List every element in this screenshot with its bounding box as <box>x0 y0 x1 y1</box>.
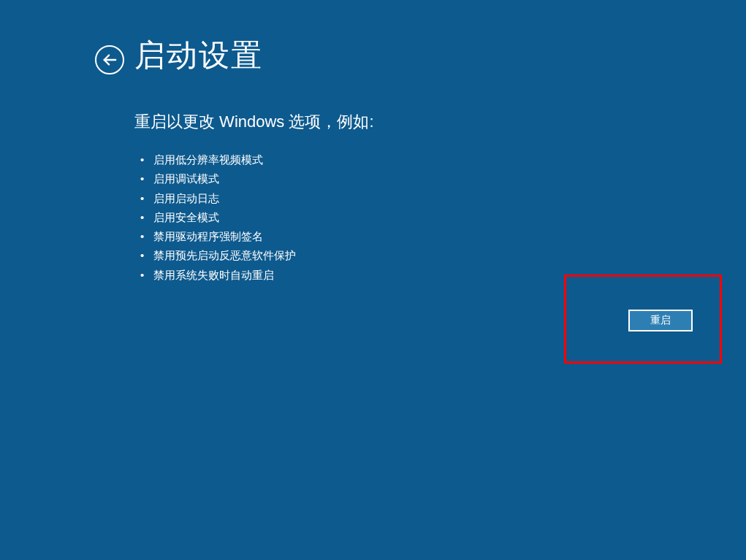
list-item: 启用启动日志 <box>140 189 374 208</box>
page-subtitle: 重启以更改 Windows 选项，例如: <box>134 111 374 133</box>
list-item: 启用低分辨率视频模式 <box>140 150 374 169</box>
options-list: 启用低分辨率视频模式 启用调试模式 启用启动日志 启用安全模式 禁用驱动程序强制… <box>134 150 374 285</box>
restart-button[interactable]: 重启 <box>628 310 693 331</box>
main-content: 启动设置 重启以更改 Windows 选项，例如: 启用低分辨率视频模式 启用调… <box>134 35 374 285</box>
back-button[interactable] <box>95 45 124 74</box>
page-title: 启动设置 <box>134 35 374 76</box>
list-item: 禁用预先启动反恶意软件保护 <box>140 246 374 265</box>
list-item: 禁用驱动程序强制签名 <box>140 227 374 246</box>
list-item: 启用调试模式 <box>140 169 374 188</box>
list-item: 禁用系统失败时自动重启 <box>140 266 374 285</box>
list-item: 启用安全模式 <box>140 208 374 227</box>
back-arrow-icon <box>102 52 118 68</box>
